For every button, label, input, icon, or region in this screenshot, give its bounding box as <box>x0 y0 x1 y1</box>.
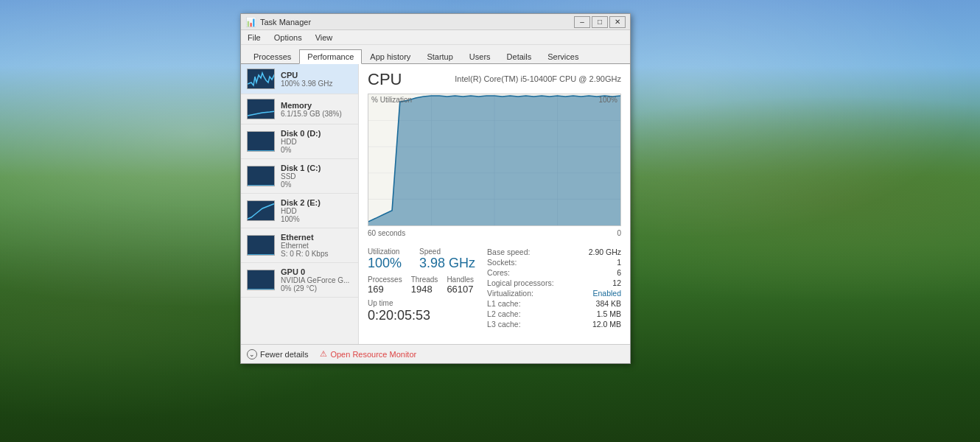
cpu-thumbnail <box>247 69 275 89</box>
svg-rect-5 <box>248 236 275 256</box>
base-speed-value: 2.90 GHz <box>589 248 621 256</box>
sidebar-memory-title: Memory <box>281 101 352 110</box>
speed-value: 3.98 GHz <box>419 256 475 271</box>
processes-value: 169 <box>368 284 402 295</box>
resource-monitor-link[interactable]: ⚠ Open Resource Monitor <box>320 349 416 359</box>
processes-label: Processes <box>368 276 402 284</box>
handles-label: Handles <box>447 276 474 284</box>
sidebar-cpu-title: CPU <box>281 71 352 80</box>
memory-thumbnail <box>247 99 275 119</box>
tab-startup[interactable]: Startup <box>419 49 461 63</box>
cpu-header: CPU Intel(R) Core(TM) i5-10400F CPU @ 2.… <box>368 70 621 89</box>
cores-value: 6 <box>617 268 621 277</box>
disk2-thumbnail <box>247 200 275 221</box>
fewer-details-link[interactable]: ⌄ Fewer details <box>247 349 308 359</box>
l1-label: L1 cache: <box>487 299 521 308</box>
sidebar-disk1-type: SSD <box>281 172 352 180</box>
virtualization-label: Virtualization: <box>487 289 533 298</box>
speed-label: Speed <box>419 248 475 256</box>
disk0-thumbnail <box>247 131 275 152</box>
handles-value: 66107 <box>447 284 474 295</box>
window-title: Task Manager <box>260 18 311 27</box>
utilization-label: Utilization <box>368 248 402 256</box>
uptime-label: Up time <box>368 299 475 307</box>
sidebar-item-ethernet[interactable]: Ethernet Ethernet S: 0 R: 0 Kbps <box>241 228 358 263</box>
fewer-details-label: Fewer details <box>260 350 308 359</box>
resource-monitor-label: Open Resource Monitor <box>330 350 416 359</box>
graph-time-label: 60 seconds <box>368 229 405 237</box>
graph-min-label: 0 <box>617 229 621 242</box>
sidebar-item-disk2[interactable]: Disk 2 (E:) HDD 100% <box>241 194 358 228</box>
info-logical: Logical processors: 12 <box>487 278 621 287</box>
graph-labels-row: 60 seconds 0 <box>368 229 621 242</box>
stat-utilization: Utilization 100% <box>368 248 402 271</box>
stat-threads: Threads 1948 <box>411 276 438 295</box>
stat-processes: Processes 169 <box>368 276 402 295</box>
sidebar: CPU 100% 3.98 GHz Memory 6.1/15.9 GB (38… <box>241 64 359 344</box>
title-bar-controls: – □ ✕ <box>574 16 626 28</box>
info-cores: Cores: 6 <box>487 268 621 277</box>
svg-rect-6 <box>248 270 275 290</box>
sidebar-memory-info: Memory 6.1/15.9 GB (38%) <box>281 101 352 118</box>
sidebar-item-memory[interactable]: Memory 6.1/15.9 GB (38%) <box>241 94 358 124</box>
gpu-thumbnail <box>247 270 275 290</box>
info-base-speed: Base speed: 2.90 GHz <box>487 248 621 256</box>
svg-rect-0 <box>248 69 275 89</box>
svg-marker-14 <box>368 96 620 225</box>
cpu-graph-svg <box>368 94 620 225</box>
fewer-details-icon: ⌄ <box>247 349 257 359</box>
stat-uptime: Up time 0:20:05:53 <box>368 299 475 323</box>
tab-app-history[interactable]: App history <box>362 49 419 63</box>
ethernet-thumbnail <box>247 235 275 256</box>
sidebar-ethernet-title: Ethernet <box>281 233 352 242</box>
sidebar-disk0-info: Disk 0 (D:) HDD 0% <box>281 129 352 154</box>
tab-details[interactable]: Details <box>499 49 540 63</box>
tab-performance[interactable]: Performance <box>299 49 362 64</box>
maximize-button[interactable]: □ <box>592 16 608 28</box>
graph-utilization-label: % Utilization <box>371 96 412 104</box>
threads-label: Threads <box>411 276 438 284</box>
cpu-subtitle: Intel(R) Core(TM) i5-10400F CPU @ 2.90GH… <box>455 74 621 83</box>
sidebar-disk0-type: HDD <box>281 138 352 146</box>
menu-bar: File Options View <box>241 30 630 45</box>
sidebar-memory-sub: 6.1/15.9 GB (38%) <box>281 110 352 118</box>
sidebar-item-disk1[interactable]: Disk 1 (C:) SSD 0% <box>241 159 358 194</box>
menu-file[interactable]: File <box>245 32 263 43</box>
sidebar-disk1-title: Disk 1 (C:) <box>281 164 352 172</box>
sidebar-item-gpu[interactable]: GPU 0 NVIDIA GeForce G... 0% (29 °C) <box>241 263 358 298</box>
sidebar-ethernet-info: Ethernet Ethernet S: 0 R: 0 Kbps <box>281 233 352 258</box>
base-speed-label: Base speed: <box>487 248 530 256</box>
menu-options[interactable]: Options <box>272 32 304 43</box>
minimize-button[interactable]: – <box>574 16 590 28</box>
logical-label: Logical processors: <box>487 278 553 287</box>
footer-bar: ⌄ Fewer details ⚠ Open Resource Monitor <box>241 344 630 363</box>
svg-rect-1 <box>248 99 275 119</box>
info-virtualization: Virtualization: Enabled <box>487 289 621 298</box>
sidebar-item-disk0[interactable]: Disk 0 (D:) HDD 0% <box>241 124 358 159</box>
virtualization-value: Enabled <box>592 289 621 298</box>
cpu-performance-panel: CPU Intel(R) Core(TM) i5-10400F CPU @ 2.… <box>359 64 630 344</box>
info-l3: L3 cache: 12.0 MB <box>487 320 621 329</box>
l3-value: 12.0 MB <box>592 320 621 329</box>
sidebar-disk2-title: Disk 2 (E:) <box>281 198 352 207</box>
sidebar-ethernet-sub1: Ethernet <box>281 242 352 250</box>
sidebar-disk0-pct: 0% <box>281 146 352 154</box>
sidebar-item-cpu[interactable]: CPU 100% 3.98 GHz <box>241 64 358 94</box>
tab-users[interactable]: Users <box>461 49 499 63</box>
menu-view[interactable]: View <box>313 32 335 43</box>
svg-rect-4 <box>248 201 275 221</box>
title-bar: 📊 Task Manager – □ ✕ <box>241 14 630 30</box>
bottom-stats: Utilization 100% Speed 3.98 GHz Processe… <box>368 248 621 330</box>
close-button[interactable]: ✕ <box>609 16 626 28</box>
sidebar-disk0-title: Disk 0 (D:) <box>281 129 352 138</box>
sidebar-disk1-pct: 0% <box>281 180 352 189</box>
logical-value: 12 <box>612 278 621 287</box>
cpu-graph-container: % Utilization 100% <box>368 94 621 226</box>
sockets-label: Sockets: <box>487 258 517 267</box>
tab-services[interactable]: Services <box>539 49 587 63</box>
tab-processes[interactable]: Processes <box>245 49 299 63</box>
l2-value: 1.5 MB <box>597 309 621 318</box>
l3-label: L3 cache: <box>487 320 521 329</box>
info-l1: L1 cache: 384 KB <box>487 299 621 308</box>
sidebar-disk1-info: Disk 1 (C:) SSD 0% <box>281 164 352 189</box>
